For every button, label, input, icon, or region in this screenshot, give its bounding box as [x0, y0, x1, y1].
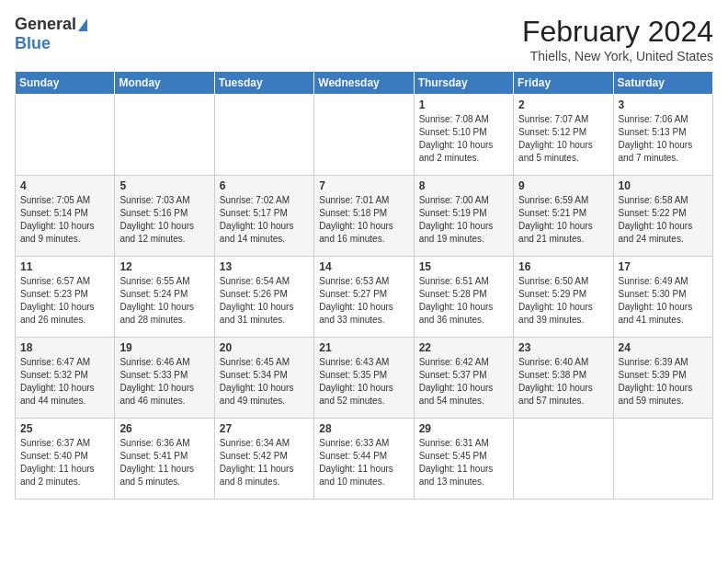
calendar-cell: 29Sunrise: 6:31 AM Sunset: 5:45 PM Dayli… — [414, 419, 513, 500]
calendar-week-row: 1Sunrise: 7:08 AM Sunset: 5:10 PM Daylig… — [16, 95, 713, 176]
day-number: 28 — [319, 422, 408, 435]
page-header: General Blue February 2024 Thiells, New … — [15, 15, 713, 63]
cell-content: Sunrise: 7:07 AM Sunset: 5:12 PM Dayligh… — [518, 113, 608, 165]
cell-content: Sunrise: 6:50 AM Sunset: 5:29 PM Dayligh… — [518, 275, 608, 327]
cell-content: Sunrise: 6:51 AM Sunset: 5:28 PM Dayligh… — [419, 275, 508, 327]
day-number: 17 — [619, 260, 708, 273]
cell-content: Sunrise: 6:58 AM Sunset: 5:22 PM Dayligh… — [619, 194, 708, 246]
day-number: 1 — [419, 98, 508, 111]
calendar-cell: 1Sunrise: 7:08 AM Sunset: 5:10 PM Daylig… — [414, 95, 513, 176]
day-number: 27 — [220, 422, 309, 435]
calendar-header-cell: Monday — [115, 72, 214, 95]
day-number: 10 — [619, 179, 708, 192]
cell-content: Sunrise: 6:46 AM Sunset: 5:33 PM Dayligh… — [119, 356, 209, 408]
day-number: 11 — [20, 260, 109, 273]
day-number: 6 — [220, 179, 309, 192]
cell-content: Sunrise: 6:47 AM Sunset: 5:32 PM Dayligh… — [20, 356, 109, 408]
logo-triangle-icon — [78, 18, 87, 31]
location-title: Thiells, New York, United States — [522, 49, 713, 63]
cell-content: Sunrise: 6:39 AM Sunset: 5:39 PM Dayligh… — [619, 356, 708, 408]
calendar-week-row: 25Sunrise: 6:37 AM Sunset: 5:40 PM Dayli… — [16, 419, 713, 500]
day-number: 22 — [419, 341, 508, 354]
logo: General Blue — [15, 15, 87, 53]
calendar-header-cell: Sunday — [16, 72, 115, 95]
cell-content: Sunrise: 7:05 AM Sunset: 5:14 PM Dayligh… — [20, 194, 109, 246]
calendar-cell: 9Sunrise: 6:59 AM Sunset: 5:21 PM Daylig… — [514, 176, 613, 257]
calendar-cell: 11Sunrise: 6:57 AM Sunset: 5:23 PM Dayli… — [16, 257, 115, 338]
cell-content: Sunrise: 7:08 AM Sunset: 5:10 PM Dayligh… — [419, 113, 508, 165]
calendar-cell: 6Sunrise: 7:02 AM Sunset: 5:17 PM Daylig… — [214, 176, 313, 257]
title-area: February 2024 Thiells, New York, United … — [522, 15, 713, 63]
calendar-week-row: 4Sunrise: 7:05 AM Sunset: 5:14 PM Daylig… — [16, 176, 713, 257]
calendar-header-cell: Thursday — [414, 72, 513, 95]
day-number: 18 — [20, 341, 109, 354]
logo-general-text: General — [15, 15, 76, 34]
day-number: 23 — [518, 341, 608, 354]
calendar-cell: 3Sunrise: 7:06 AM Sunset: 5:13 PM Daylig… — [613, 95, 712, 176]
calendar-cell: 24Sunrise: 6:39 AM Sunset: 5:39 PM Dayli… — [613, 338, 712, 419]
day-number: 4 — [20, 179, 109, 192]
calendar-cell: 26Sunrise: 6:36 AM Sunset: 5:41 PM Dayli… — [115, 419, 214, 500]
calendar-cell: 8Sunrise: 7:00 AM Sunset: 5:19 PM Daylig… — [414, 176, 513, 257]
day-number: 24 — [619, 341, 708, 354]
calendar-week-row: 11Sunrise: 6:57 AM Sunset: 5:23 PM Dayli… — [16, 257, 713, 338]
cell-content: Sunrise: 7:02 AM Sunset: 5:17 PM Dayligh… — [220, 194, 309, 246]
calendar-cell: 22Sunrise: 6:42 AM Sunset: 5:37 PM Dayli… — [414, 338, 513, 419]
calendar-cell — [214, 95, 313, 176]
calendar-cell: 27Sunrise: 6:34 AM Sunset: 5:42 PM Dayli… — [214, 419, 313, 500]
calendar-header-row: SundayMondayTuesdayWednesdayThursdayFrid… — [16, 72, 713, 95]
cell-content: Sunrise: 6:54 AM Sunset: 5:26 PM Dayligh… — [220, 275, 309, 327]
calendar-cell: 20Sunrise: 6:45 AM Sunset: 5:34 PM Dayli… — [214, 338, 313, 419]
calendar-cell: 15Sunrise: 6:51 AM Sunset: 5:28 PM Dayli… — [414, 257, 513, 338]
cell-content: Sunrise: 6:33 AM Sunset: 5:44 PM Dayligh… — [319, 437, 408, 488]
day-number: 25 — [20, 422, 109, 435]
cell-content: Sunrise: 6:55 AM Sunset: 5:24 PM Dayligh… — [119, 275, 209, 327]
day-number: 13 — [220, 260, 309, 273]
calendar-header-cell: Wednesday — [314, 72, 414, 95]
calendar-cell: 4Sunrise: 7:05 AM Sunset: 5:14 PM Daylig… — [16, 176, 115, 257]
calendar-cell: 23Sunrise: 6:40 AM Sunset: 5:38 PM Dayli… — [514, 338, 613, 419]
day-number: 20 — [220, 341, 309, 354]
cell-content: Sunrise: 6:42 AM Sunset: 5:37 PM Dayligh… — [419, 356, 508, 408]
calendar-cell — [314, 95, 414, 176]
day-number: 7 — [319, 179, 408, 192]
calendar-cell: 14Sunrise: 6:53 AM Sunset: 5:27 PM Dayli… — [314, 257, 414, 338]
calendar-cell: 16Sunrise: 6:50 AM Sunset: 5:29 PM Dayli… — [514, 257, 613, 338]
calendar-header-cell: Saturday — [613, 72, 712, 95]
day-number: 2 — [518, 98, 608, 111]
cell-content: Sunrise: 6:31 AM Sunset: 5:45 PM Dayligh… — [419, 437, 508, 488]
day-number: 21 — [319, 341, 408, 354]
cell-content: Sunrise: 6:36 AM Sunset: 5:41 PM Dayligh… — [119, 437, 209, 488]
calendar-cell: 21Sunrise: 6:43 AM Sunset: 5:35 PM Dayli… — [314, 338, 414, 419]
cell-content: Sunrise: 6:53 AM Sunset: 5:27 PM Dayligh… — [319, 275, 408, 327]
cell-content: Sunrise: 6:40 AM Sunset: 5:38 PM Dayligh… — [518, 356, 608, 408]
day-number: 9 — [518, 179, 608, 192]
calendar-cell: 25Sunrise: 6:37 AM Sunset: 5:40 PM Dayli… — [16, 419, 115, 500]
calendar-cell — [613, 419, 712, 500]
cell-content: Sunrise: 6:34 AM Sunset: 5:42 PM Dayligh… — [220, 437, 309, 488]
calendar-header-cell: Friday — [514, 72, 613, 95]
calendar-cell — [514, 419, 613, 500]
calendar-cell: 17Sunrise: 6:49 AM Sunset: 5:30 PM Dayli… — [613, 257, 712, 338]
day-number: 29 — [419, 422, 508, 435]
day-number: 16 — [518, 260, 608, 273]
calendar-cell: 10Sunrise: 6:58 AM Sunset: 5:22 PM Dayli… — [613, 176, 712, 257]
calendar-table: SundayMondayTuesdayWednesdayThursdayFrid… — [15, 71, 713, 500]
day-number: 8 — [419, 179, 508, 192]
calendar-cell: 7Sunrise: 7:01 AM Sunset: 5:18 PM Daylig… — [314, 176, 414, 257]
cell-content: Sunrise: 6:37 AM Sunset: 5:40 PM Dayligh… — [20, 437, 109, 488]
cell-content: Sunrise: 7:06 AM Sunset: 5:13 PM Dayligh… — [619, 113, 708, 165]
logo-blue-text: Blue — [15, 34, 51, 53]
cell-content: Sunrise: 6:45 AM Sunset: 5:34 PM Dayligh… — [220, 356, 309, 408]
calendar-cell: 28Sunrise: 6:33 AM Sunset: 5:44 PM Dayli… — [314, 419, 414, 500]
day-number: 5 — [119, 179, 209, 192]
cell-content: Sunrise: 6:49 AM Sunset: 5:30 PM Dayligh… — [619, 275, 708, 327]
cell-content: Sunrise: 7:00 AM Sunset: 5:19 PM Dayligh… — [419, 194, 508, 246]
cell-content: Sunrise: 7:03 AM Sunset: 5:16 PM Dayligh… — [119, 194, 209, 246]
calendar-header-cell: Tuesday — [214, 72, 313, 95]
month-title: February 2024 — [522, 15, 713, 49]
cell-content: Sunrise: 6:57 AM Sunset: 5:23 PM Dayligh… — [20, 275, 109, 327]
calendar-cell — [16, 95, 115, 176]
day-number: 3 — [619, 98, 708, 111]
calendar-week-row: 18Sunrise: 6:47 AM Sunset: 5:32 PM Dayli… — [16, 338, 713, 419]
